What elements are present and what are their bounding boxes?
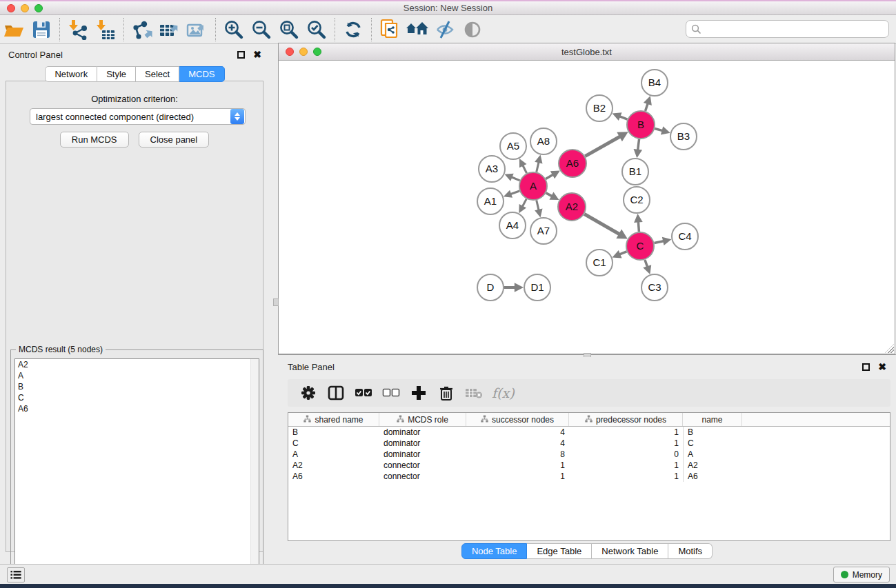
home-icon[interactable] — [404, 17, 431, 42]
edge-A-A7[interactable] — [537, 200, 539, 210]
graph-node-C2[interactable]: C2 — [624, 187, 650, 213]
edge-C-C2[interactable] — [638, 221, 639, 232]
table-row[interactable]: Adominator80A — [288, 449, 890, 460]
result-list-item[interactable]: A — [15, 370, 259, 381]
edge-B-B1[interactable] — [638, 139, 639, 151]
result-list-item[interactable]: A2 — [15, 359, 259, 370]
edge-A-A8[interactable] — [537, 161, 539, 172]
search-input[interactable] — [705, 24, 888, 34]
graph-node-A6[interactable]: A6 — [559, 150, 586, 177]
edge-C-C4[interactable] — [655, 241, 665, 243]
edge-A-A1[interactable] — [510, 191, 519, 194]
search-field[interactable] — [686, 20, 889, 38]
column-header-name[interactable]: name — [683, 413, 742, 426]
result-list-item[interactable]: A6 — [15, 403, 259, 414]
column-header-MCDS-role[interactable]: MCDS role — [379, 413, 466, 426]
float-panel-icon[interactable] — [237, 51, 245, 59]
column-header-predecessor-nodes[interactable]: predecessor nodes — [569, 413, 683, 426]
tab-edge-table[interactable]: Edge Table — [527, 543, 592, 559]
graph-node-C4[interactable]: C4 — [672, 223, 698, 250]
result-list-item[interactable]: C — [15, 392, 259, 403]
memory-button[interactable]: Memory — [833, 567, 890, 582]
import-network-icon[interactable] — [64, 17, 92, 42]
clone-network-icon[interactable] — [376, 17, 404, 42]
node-table[interactable]: shared nameMCDS rolesuccessor nodesprede… — [288, 412, 890, 541]
graph-node-A3[interactable]: A3 — [479, 156, 505, 182]
graph-node-D1[interactable]: D1 — [524, 274, 550, 301]
close-table-panel-icon[interactable]: ✖ — [878, 363, 886, 371]
close-panel-button[interactable]: Close panel — [139, 132, 210, 148]
run-mcds-button[interactable]: Run MCDS — [60, 132, 129, 148]
zoom-out-icon[interactable] — [248, 17, 275, 42]
svg-text:B: B — [637, 119, 644, 130]
svg-text:A3: A3 — [486, 163, 498, 174]
graph-node-B3[interactable]: B3 — [670, 123, 697, 150]
graph-node-A4[interactable]: A4 — [499, 212, 526, 239]
add-icon[interactable] — [406, 382, 431, 404]
mcds-result-list[interactable]: A2ABCA6 — [14, 358, 259, 585]
graph-node-A8[interactable]: A8 — [530, 128, 557, 154]
graph-node-C1[interactable]: C1 — [586, 250, 613, 276]
delete-table-icon[interactable] — [461, 382, 486, 404]
criterion-dropdown[interactable]: largest connected component (directed) — [30, 108, 246, 125]
birdseye-icon[interactable] — [459, 17, 486, 42]
import-table-icon[interactable] — [92, 17, 119, 42]
tab-network-table[interactable]: Network Table — [592, 543, 668, 559]
delete-icon[interactable] — [434, 382, 459, 404]
graph-node-D[interactable]: D — [477, 274, 504, 301]
refresh-icon[interactable] — [339, 17, 367, 42]
tab-mcds[interactable]: MCDS — [179, 66, 224, 82]
table-row[interactable]: A6connector11A6 — [288, 471, 890, 482]
graph-node-A5[interactable]: A5 — [500, 133, 526, 159]
zoom-in-icon[interactable] — [220, 17, 248, 42]
table-row[interactable]: Bdominator41B — [288, 427, 890, 438]
tab-motifs[interactable]: Motifs — [668, 543, 713, 559]
close-panel-icon[interactable]: ✖ — [253, 51, 261, 59]
export-image-icon[interactable] — [183, 17, 211, 42]
tab-select[interactable]: Select — [136, 66, 179, 82]
tab-style[interactable]: Style — [97, 66, 136, 82]
export-table-icon[interactable] — [156, 17, 183, 42]
deselect-all-icon[interactable] — [379, 382, 404, 404]
result-list-item[interactable]: B — [15, 381, 259, 392]
zoom-selected-icon[interactable] — [303, 17, 330, 42]
graph-node-A1[interactable]: A1 — [477, 188, 504, 214]
zoom-fit-icon[interactable] — [275, 17, 303, 42]
gear-icon[interactable] — [296, 382, 321, 404]
edge-A-A5[interactable] — [522, 165, 526, 173]
table-row[interactable]: Cdominator41C — [288, 438, 890, 449]
tab-node-table[interactable]: Node Table — [461, 543, 528, 559]
save-icon[interactable] — [28, 17, 55, 42]
graph-node-B[interactable]: B — [627, 111, 655, 139]
graph-node-B1[interactable]: B1 — [622, 159, 648, 185]
tab-network[interactable]: Network — [45, 66, 97, 82]
edge-A6-B[interactable] — [585, 136, 621, 156]
function-icon[interactable]: f(x) — [492, 385, 515, 401]
select-all-icon[interactable] — [351, 382, 376, 404]
task-history-button[interactable] — [7, 567, 25, 582]
table-row[interactable]: A2connector11A2 — [288, 460, 890, 471]
list-icon — [10, 570, 21, 580]
graph-node-A[interactable]: A — [519, 172, 547, 200]
open-folder-icon[interactable] — [0, 17, 28, 42]
vertical-splitter-handle[interactable] — [273, 298, 279, 306]
edge-A2-C[interactable] — [584, 214, 620, 234]
edge-A-A3[interactable] — [511, 177, 520, 181]
column-header-successor-nodes[interactable]: successor nodes — [466, 413, 569, 426]
network-canvas[interactable]: B4B2BB3A5A8A6A3B1AA1C2A2A4A7C4CC1C3DD1 — [279, 61, 895, 354]
columns-icon[interactable] — [323, 382, 348, 404]
export-network-icon[interactable] — [128, 17, 156, 42]
hide-details-icon[interactable] — [431, 17, 459, 42]
network-graph[interactable]: B4B2BB3A5A8A6A3B1AA1C2A2A4A7C4CC1C3DD1 — [279, 61, 895, 354]
graph-node-A2[interactable]: A2 — [558, 193, 586, 221]
column-header-shared-name[interactable]: shared name — [288, 413, 379, 426]
graph-node-C3[interactable]: C3 — [641, 274, 668, 301]
column-type-icon — [397, 415, 404, 425]
graph-node-B4[interactable]: B4 — [641, 70, 668, 96]
graph-node-C[interactable]: C — [626, 232, 654, 260]
float-table-panel-icon[interactable] — [862, 363, 870, 371]
graph-node-B2[interactable]: B2 — [586, 95, 613, 121]
edge-A-A4[interactable] — [522, 199, 526, 207]
scrollbar-track[interactable] — [250, 359, 259, 584]
graph-node-A7[interactable]: A7 — [530, 218, 557, 244]
